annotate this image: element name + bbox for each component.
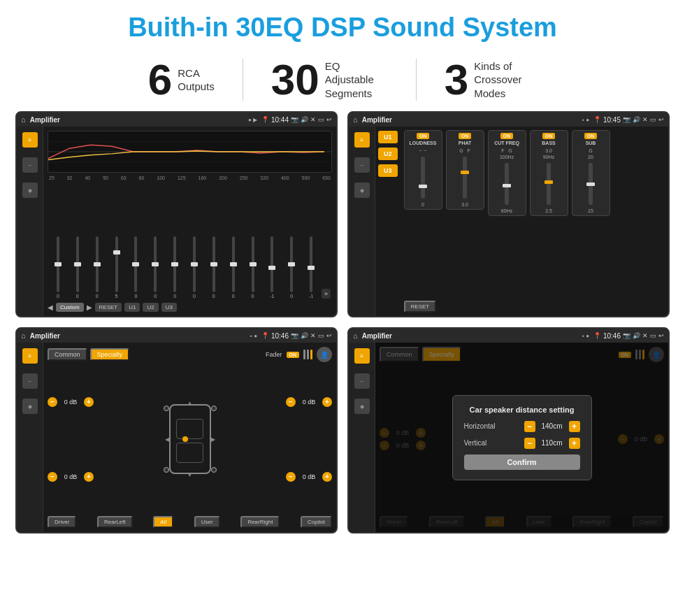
page-title: Buith-in 30EQ DSP Sound System [0,0,685,50]
fader-all-btn[interactable]: All [153,516,173,528]
fader-db-ctrl-3: − 0 dB + [286,397,332,407]
eq-icon-3[interactable]: ◈ [22,182,38,198]
fader-on-badge[interactable]: ON [287,352,300,358]
fader-common-tab[interactable]: Common [48,348,87,361]
fader-cam-icon: 📷 [291,332,298,339]
fader-plus-3[interactable]: + [322,397,332,407]
cx-cutfreq-slider[interactable] [505,163,509,205]
cx-u2-btn[interactable]: U2 [378,148,398,160]
eq-u2-btn[interactable]: U2 [143,303,158,312]
cx-x-icon[interactable]: ✕ [642,116,648,123]
cx-home-icon[interactable]: ⌂ [353,115,358,124]
speaker-tr[interactable] [211,406,217,411]
cx-left-controls: ≡ ~ ◈ [349,127,375,316]
speaker-tl[interactable] [164,406,169,411]
cx-sub-on[interactable]: ON [584,133,598,139]
cx-icon-2[interactable]: ~ [354,157,370,173]
fader-driver-btn[interactable]: Driver [48,516,76,528]
fader-db-val-3: 0 dB [298,399,319,406]
modal-vertical-plus[interactable]: + [569,438,580,449]
cx-cam-icon: 📷 [623,116,630,123]
eq-back-icon[interactable]: ↩ [326,116,332,123]
fader-minus-4[interactable]: − [286,472,296,482]
modal-vertical-minus[interactable]: − [524,438,535,449]
fader-home-icon[interactable]: ⌂ [21,331,26,340]
fader-icon-2[interactable]: ~ [22,373,38,389]
cx-phat-on[interactable]: ON [459,133,472,139]
fader-icon-3[interactable]: ◈ [22,399,38,414]
fader-minus-1[interactable]: − [48,397,57,407]
eq-home-icon[interactable]: ⌂ [21,115,26,124]
eq-icon-1[interactable]: ≡ [22,132,38,148]
cx-dot: ▪ ● [582,117,589,123]
fader-plus-4[interactable]: + [322,472,332,482]
eq-slider-8: 0 [185,236,203,299]
dist-icon-3[interactable]: ◈ [354,399,370,414]
eq-prev-icon[interactable]: ◀ [48,303,53,311]
distance-modal: Car speaker distance setting Horizontal … [452,395,592,480]
fader-user-btn[interactable]: User [194,516,220,528]
fader-back-icon[interactable]: ↩ [326,332,332,339]
fader-rearright-btn[interactable]: RearRight [240,516,280,528]
eq-vol-icon: 🔊 [301,116,308,123]
arrow-down: ▼ [187,472,193,478]
dist-icon-2[interactable]: ~ [354,373,370,389]
modal-horizontal-plus[interactable]: + [569,421,580,432]
eq-u3-btn[interactable]: U3 [161,303,177,312]
cx-phat-slider[interactable] [463,157,467,199]
cx-loudness-on[interactable]: ON [417,133,430,139]
cx-u3-btn[interactable]: U3 [378,164,398,177]
cx-icon-3[interactable]: ◈ [354,182,370,198]
cx-back-icon[interactable]: ↩ [658,116,664,123]
fader-rearleft-btn[interactable]: RearLeft [97,516,133,528]
fader-copilot-btn[interactable]: Copilot [301,516,332,528]
fader-plus-2[interactable]: + [84,472,94,482]
fader-db-val-1: 0 dB [60,399,81,406]
eq-more[interactable]: » [322,289,331,299]
cx-sub-slider[interactable] [589,163,593,205]
fader-minus-3[interactable]: − [286,397,296,407]
cx-reset-btn[interactable]: RESET [404,301,437,313]
fader-person-icon[interactable]: 👤 [317,347,332,362]
fader-minus-2[interactable]: − [48,472,57,482]
cx-bass-on[interactable]: ON [542,133,556,139]
fader-icon-1[interactable]: ≡ [22,348,38,364]
eq-slider-2: 0 [68,236,87,299]
cx-window-icon: ▭ [650,116,656,123]
fader-x-icon[interactable]: ✕ [310,332,316,339]
fader-left-controls: ≡ ~ ◈ [17,343,43,532]
eq-custom-btn[interactable]: Custom [56,303,84,312]
fader-specialty-tab[interactable]: Specialty [90,348,130,361]
eq-reset-btn[interactable]: RESET [95,303,122,312]
fader-db-val-2: 0 dB [60,473,81,480]
fader-car-area: ▲ ▼ ◀ ▶ [99,366,280,513]
dist-back-icon[interactable]: ↩ [658,332,664,339]
modal-horizontal-minus[interactable]: − [524,421,535,432]
car-front-seat [176,419,203,439]
cx-bass-slider[interactable] [547,163,551,205]
dist-home-icon[interactable]: ⌂ [353,331,358,340]
cx-u1-btn[interactable]: U1 [378,131,398,143]
stat-eq-number: 30 [271,58,319,101]
cx-cutfreq-label: CUT FREQ [494,141,519,145]
cx-loudness-slider[interactable] [421,157,425,199]
crossover-screen-card: ⌂ Amplifier ▪ ● 📍 10:45 📷 🔊 ✕ ▭ ↩ ≡ ~ ◈ … [347,111,670,317]
cx-icon-1[interactable]: ≡ [354,132,370,148]
eq-next-icon[interactable]: ▶ [87,303,92,311]
cx-cutfreq-on[interactable]: ON [500,133,514,139]
eq-u1-btn[interactable]: U1 [124,303,140,312]
arrow-up: ▲ [187,400,193,406]
dist-x-icon[interactable]: ✕ [642,332,648,339]
cx-loudness-label: LOUDNESS [410,141,437,145]
stats-row: 6 RCAOutputs 30 EQ AdjustableSegments 3 … [0,50,685,111]
modal-confirm-button[interactable]: Confirm [464,454,580,470]
eq-status-icons: 📍 10:44 📷 🔊 ✕ ▭ ↩ [261,116,332,124]
eq-title: Amplifier [30,116,244,124]
eq-icon-2[interactable]: ~ [22,157,38,173]
dist-main-area: Common Specialty ON 👤 [375,343,668,532]
speaker-bl[interactable] [164,467,169,473]
speaker-br[interactable] [211,467,217,473]
fader-plus-1[interactable]: + [84,397,94,407]
dist-icon-1[interactable]: ≡ [354,348,370,364]
eq-x-icon[interactable]: ✕ [310,116,316,123]
